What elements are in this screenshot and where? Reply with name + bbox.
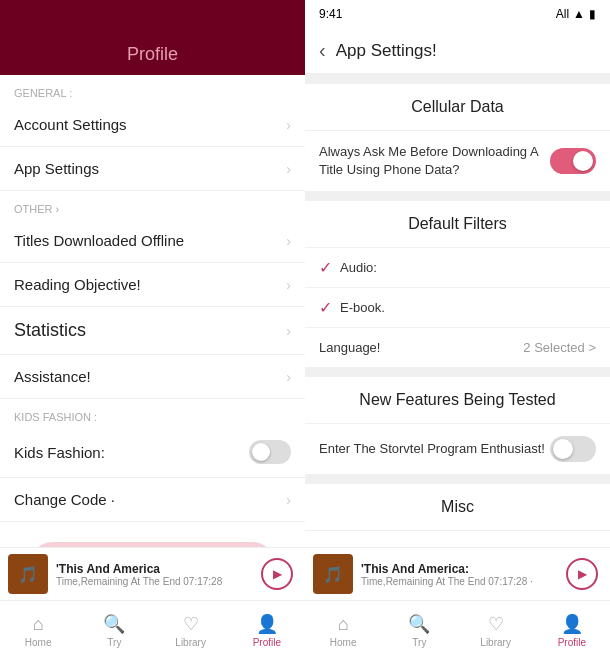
right-library-icon: ♡	[488, 613, 504, 635]
titles-downloaded-label: Titles Downloaded Offline	[14, 232, 184, 249]
titles-downloaded-chevron: ›	[286, 233, 291, 249]
change-code-chevron: ›	[286, 492, 291, 508]
kids-fashion-label: Kids Fashion:	[14, 444, 105, 461]
try-icon: 🔍	[103, 613, 125, 635]
change-code-item[interactable]: Change Code · ›	[0, 478, 305, 522]
right-nav-profile[interactable]: 👤 Profile	[534, 601, 610, 660]
right-try-label: Try	[412, 637, 426, 648]
app-settings-chevron: ›	[286, 161, 291, 177]
account-settings-label: Account Settings	[14, 116, 127, 133]
right-nav-home[interactable]: ⌂ Home	[305, 601, 381, 660]
status-indicators: All ▲ ▮	[556, 7, 596, 21]
always-ask-knob	[573, 151, 593, 171]
library-label: Library	[175, 637, 206, 648]
left-now-playing-bar: 🎵 'This And America Time,Remaining At Th…	[0, 547, 305, 660]
storvtel-knob	[553, 439, 573, 459]
kids-fashion-knob	[252, 443, 270, 461]
left-track-title: 'This And America	[56, 562, 249, 576]
reading-objective-chevron: ›	[286, 277, 291, 293]
reading-objective-item[interactable]: Reading Objective! ›	[0, 263, 305, 307]
statistics-item[interactable]: Statistics ›	[0, 307, 305, 355]
left-panel: Profile GENERAL : Account Settings › App…	[0, 0, 305, 660]
kids-fashion-toggle[interactable]	[249, 440, 291, 464]
left-nav: ⌂ Home 🔍 Try ♡ Library 👤 Profile	[0, 600, 305, 660]
statistics-label: Statistics	[14, 320, 86, 341]
audio-checkmark: ✓	[319, 258, 332, 277]
left-nav-try[interactable]: 🔍 Try	[76, 601, 152, 660]
right-library-label: Library	[480, 637, 511, 648]
storvtel-toggle[interactable]	[550, 436, 596, 462]
profile-title: Profile	[127, 44, 178, 65]
right-home-label: Home	[330, 637, 357, 648]
assistance-label: Assistance!	[14, 368, 91, 385]
status-time: 9:41	[319, 7, 342, 21]
right-album-thumb: 🎵	[313, 554, 353, 594]
new-features-title: New Features Being Tested	[305, 377, 610, 423]
language-label: Language!	[319, 340, 380, 355]
signal-label: All	[556, 7, 569, 21]
back-button[interactable]: ‹	[319, 39, 326, 62]
home-icon: ⌂	[33, 614, 44, 635]
assistance-chevron: ›	[286, 369, 291, 385]
profile-label: Profile	[253, 637, 281, 648]
right-status-bar: 9:41 All ▲ ▮	[305, 0, 610, 28]
assistance-item[interactable]: Assistance! ›	[0, 355, 305, 399]
language-row[interactable]: Language! 2 Selected >	[305, 327, 610, 367]
library-icon: ♡	[183, 613, 199, 635]
profile-icon: 👤	[256, 613, 278, 635]
audio-label: Audio:	[340, 259, 596, 277]
right-track-title: 'This And America:	[361, 562, 554, 576]
always-ask-label: Always Ask Me Before Downloading A Title…	[319, 143, 550, 179]
left-header: Profile	[0, 0, 305, 75]
always-ask-row[interactable]: Always Ask Me Before Downloading A Title…	[305, 130, 610, 191]
left-play-button[interactable]: ▶	[261, 558, 293, 590]
right-nav-try[interactable]: 🔍 Try	[381, 601, 457, 660]
titles-downloaded-item[interactable]: Titles Downloaded Offline ›	[0, 219, 305, 263]
right-nav: ⌂ Home 🔍 Try ♡ Library 👤 Profile	[305, 600, 610, 660]
right-profile-icon: 👤	[561, 613, 583, 635]
ebook-checkmark: ✓	[319, 298, 332, 317]
storvtel-label: Enter The Storvtel Program Enthusiast!	[319, 440, 550, 458]
right-header: ‹ App Settings!	[305, 28, 610, 74]
ebook-filter-row[interactable]: ✓ E-book.	[305, 287, 610, 327]
other-section-label: OTHER ›	[0, 191, 305, 219]
left-nav-library[interactable]: ♡ Library	[153, 601, 229, 660]
right-try-icon: 🔍	[408, 613, 430, 635]
language-value: 2 Selected >	[523, 340, 596, 355]
right-nav-library[interactable]: ♡ Library	[458, 601, 534, 660]
misc-section: Misc Turn On The Audio Effect On Play / …	[305, 484, 610, 547]
wifi-icon: ▲	[573, 7, 585, 21]
battery-icon: ▮	[589, 7, 596, 21]
general-section-label: GENERAL :	[0, 75, 305, 103]
cellular-section: Cellular Data Always Ask Me Before Downl…	[305, 84, 610, 191]
left-track-info: 'This And America Time,Remaining At The …	[56, 562, 249, 587]
right-content: Cellular Data Always Ask Me Before Downl…	[305, 74, 610, 547]
right-panel: 9:41 All ▲ ▮ ‹ App Settings! Cellular Da…	[305, 0, 610, 660]
statistics-chevron: ›	[286, 323, 291, 339]
left-nav-profile[interactable]: 👤 Profile	[229, 601, 305, 660]
left-now-playing[interactable]: 🎵 'This And America Time,Remaining At Th…	[0, 548, 305, 600]
storvtel-row[interactable]: Enter The Storvtel Program Enthusiast!	[305, 423, 610, 474]
kids-fashion-item[interactable]: Kids Fashion:	[0, 427, 305, 478]
misc-title: Misc	[305, 484, 610, 530]
right-profile-label: Profile	[558, 637, 586, 648]
audio-effect-row[interactable]: Turn On The Audio Effect On Play / Pause…	[305, 530, 610, 547]
app-settings-item[interactable]: App Settings ›	[0, 147, 305, 191]
reading-objective-label: Reading Objective!	[14, 276, 141, 293]
right-play-button[interactable]: ▶	[566, 558, 598, 590]
default-filters-section: Default Filters ✓ Audio: ✓ E-book. Langu…	[305, 201, 610, 367]
change-code-label: Change Code ·	[14, 491, 115, 508]
left-track-sub: Time,Remaining At The End 07:17:28	[56, 576, 249, 587]
audio-filter-row[interactable]: ✓ Audio:	[305, 247, 610, 287]
logout-area: ⇥ Log Out	[0, 522, 305, 547]
left-content: GENERAL : Account Settings › App Setting…	[0, 75, 305, 547]
default-filters-title: Default Filters	[305, 201, 610, 247]
right-bottom-bar: 🎵 'This And America: Time,Remaining At T…	[305, 547, 610, 660]
right-now-playing[interactable]: 🎵 'This And America: Time,Remaining At T…	[305, 548, 610, 600]
account-settings-item[interactable]: Account Settings ›	[0, 103, 305, 147]
right-header-title: App Settings!	[336, 41, 437, 61]
left-nav-home[interactable]: ⌂ Home	[0, 601, 76, 660]
left-album-thumb: 🎵	[8, 554, 48, 594]
always-ask-toggle[interactable]	[550, 148, 596, 174]
cellular-title: Cellular Data	[305, 84, 610, 130]
